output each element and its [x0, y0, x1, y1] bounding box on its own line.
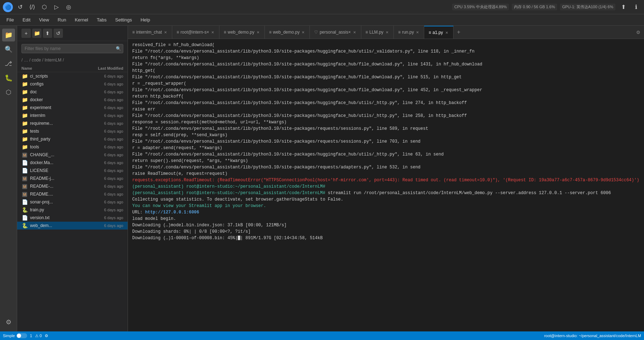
list-item[interactable]: 🐍 web_dem... 6 days ago	[17, 222, 128, 230]
menu-file[interactable]: File	[3, 16, 18, 24]
code-icon[interactable]: ⟨/⟩	[27, 2, 37, 12]
simple-toggle[interactable]: Simple	[3, 333, 27, 338]
list-item[interactable]: 📁 tests 6 days ago	[17, 127, 128, 135]
tab-bar: ≡ internlm_chat ✕ ≡ root@intern-s× ✕ ≡ w…	[128, 26, 644, 39]
upload-button[interactable]: 📁	[32, 29, 41, 38]
activity-debug[interactable]: 🐛	[2, 72, 15, 84]
terminal-line: You can now view your Streamlit app in y…	[132, 203, 640, 209]
file-type-icon: 📁	[21, 113, 28, 118]
errors-indicator: ⚠ 0	[35, 334, 42, 338]
editor-tab[interactable]: ≡ LLM.py ✕	[361, 26, 394, 39]
tab-close-button[interactable]: ✕	[163, 30, 168, 35]
terminal-line: File "/root/.conda/envs/personal_assista…	[132, 138, 640, 145]
tab-settings-button[interactable]: ⚙	[633, 26, 644, 39]
list-item[interactable]: 📁 requireme... 6 days ago	[17, 119, 128, 127]
file-name: third_party	[30, 137, 89, 142]
list-item[interactable]: 📄 docker.Ma... 6 days ago	[17, 159, 128, 167]
system-metrics: CPU 3.59% 中央处理器4.89% 内存 0.90 / 56 GB 1.6…	[452, 2, 641, 12]
menu-kernel[interactable]: Kernel	[71, 16, 92, 24]
list-item[interactable]: 📁 doc 6 days ago	[17, 88, 128, 96]
circle-icon[interactable]: ◎	[64, 2, 74, 12]
refresh-button[interactable]: ↺	[54, 29, 63, 38]
terminal-content[interactable]: resolved_file = hf_hub_download( File "/…	[128, 39, 644, 331]
new-file-button[interactable]: +	[21, 29, 31, 38]
list-item[interactable]: 📁 experiment 6 days ago	[17, 104, 128, 112]
topbar-action1[interactable]: ⬆	[618, 2, 628, 12]
list-item[interactable]: 📁 configs 6 days ago	[17, 80, 128, 88]
debug-icon[interactable]: ▷	[51, 2, 61, 12]
terminal-line: r = adapter.send(request, **kwargs)	[132, 145, 640, 151]
file-date: 6 days ago	[91, 176, 123, 181]
breadcrumb-text[interactable]: / … / code / InternLM /	[21, 58, 64, 63]
tab-icon: ≡	[269, 30, 272, 35]
editor-tab[interactable]: ≡ a1.py ✕	[424, 26, 453, 39]
terminal-line: return fn(*args, **kwargs)	[132, 55, 640, 61]
menu-view[interactable]: View	[35, 16, 53, 24]
tab-close-button[interactable]: ✕	[352, 30, 357, 35]
file-list: 📁 ci_scripts 6 days ago 📁 configs 6 days…	[17, 72, 128, 331]
extension-icon[interactable]: ⬡	[39, 2, 49, 12]
search-icon: 🔍	[116, 46, 121, 51]
editor-tab[interactable]: ≡ run.py ✕	[394, 26, 424, 39]
list-item[interactable]: 📄 sonar-proj... 6 days ago	[17, 198, 128, 206]
list-item[interactable]: M README-j... 6 days ago	[17, 174, 128, 182]
editor-tab[interactable]: ≡ root@intern-s× ✕	[172, 26, 219, 39]
file-type-icon: 📁	[21, 105, 28, 110]
topbar-action2[interactable]: ℹ	[631, 2, 641, 12]
list-item[interactable]: 📁 third_party 6 days ago	[17, 135, 128, 143]
main-layout: 📁 🔍 ⎇ 🐛 ⬡ ⚙ + 📁 ⬆ ↺ 🔍 / … / code / Inter…	[0, 26, 644, 331]
list-item[interactable]: 📄 version.txt 6 days ago	[17, 214, 128, 222]
file-type-icon: M	[21, 176, 28, 181]
list-item[interactable]: 📁 internlm 6 days ago	[17, 112, 128, 119]
terminal-line: File "/root/.conda/envs/personal_assista…	[132, 113, 640, 119]
status-left: Simple 1 ⚠ 0 ⚙	[3, 333, 48, 338]
file-date: 6 days ago	[91, 145, 123, 149]
file-name: tools	[30, 144, 89, 149]
tab-close-button[interactable]: ✕	[445, 30, 449, 35]
file-type-icon: 📁	[21, 89, 28, 95]
terminal-line: Downloading (…)1-00001-of-00008.bin: 45%…	[132, 235, 640, 241]
settings-icon[interactable]: ⚙	[45, 334, 48, 338]
search-input[interactable]	[21, 44, 123, 53]
file-type-icon: 📁	[21, 120, 28, 126]
terminal-line: (personal_assistant) root@intern-studio:…	[132, 183, 640, 190]
terminal-line: (personal_assistant) root@intern-studio:…	[132, 190, 640, 196]
menu-run[interactable]: Run	[54, 16, 70, 24]
tab-close-button[interactable]: ✕	[210, 30, 215, 35]
menu-help[interactable]: Help	[137, 16, 154, 24]
list-item[interactable]: 📁 ci_scripts 6 days ago	[17, 72, 128, 80]
list-item[interactable]: M README.... 6 days ago	[17, 190, 128, 198]
activity-extensions[interactable]: ⬡	[2, 86, 15, 99]
upload-file-button[interactable]: ⬆	[43, 29, 52, 38]
list-item[interactable]: M README-... 6 days ago	[17, 182, 128, 190]
menu-edit[interactable]: Edit	[19, 16, 34, 24]
editor-tab[interactable]: ≡ web_demo.py ✕	[265, 26, 310, 39]
file-name: train.py	[30, 207, 89, 212]
tab-close-button[interactable]: ✕	[415, 30, 420, 35]
cpu-metric: CPU 3.59% 中央处理器4.89%	[452, 4, 509, 10]
tab-close-button[interactable]: ✕	[385, 30, 389, 35]
terminal-line: File "/root/.conda/envs/personal_assista…	[132, 100, 640, 106]
tab-close-button[interactable]: ✕	[256, 30, 260, 35]
activity-git[interactable]: ⎇	[2, 57, 15, 70]
file-list-header: Name Last Modified	[17, 65, 128, 72]
activity-files[interactable]: 📁	[2, 29, 15, 41]
editor-tab[interactable]: ♡ personal_assis× ✕	[310, 26, 361, 39]
tab-label: LLM.py	[370, 30, 383, 35]
refresh-icon[interactable]: ↺	[15, 2, 25, 12]
activity-settings[interactable]: ⚙	[2, 316, 15, 329]
activity-search[interactable]: 🔍	[2, 43, 15, 56]
list-item[interactable]: 🐍 train.py 6 days ago	[17, 206, 128, 214]
menu-settings[interactable]: Settings	[112, 16, 135, 24]
editor-tab[interactable]: ≡ internlm_chat ✕	[128, 26, 172, 39]
list-item[interactable]: M CHANGE_... 6 days ago	[17, 151, 128, 159]
file-name: README-j...	[30, 176, 89, 181]
tab-close-button[interactable]: ✕	[301, 30, 305, 35]
list-item[interactable]: 📄 LICENSE 6 days ago	[17, 167, 128, 174]
editor-tab[interactable]: ≡ web_demo.py ✕	[219, 26, 265, 39]
list-item[interactable]: 📁 tools 6 days ago	[17, 143, 128, 151]
list-item[interactable]: 📁 docker 6 days ago	[17, 96, 128, 104]
file-type-icon: 📄	[21, 160, 28, 166]
add-tab-button[interactable]: +	[454, 26, 464, 39]
menu-tabs[interactable]: Tabs	[93, 16, 110, 24]
